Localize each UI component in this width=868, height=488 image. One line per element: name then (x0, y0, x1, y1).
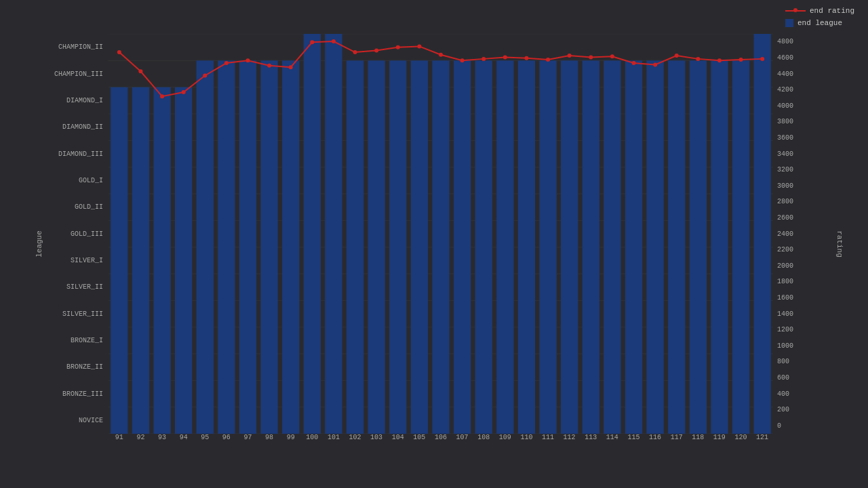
x-label-91: 91 (108, 434, 130, 441)
y-right-label-600: 600 (773, 370, 854, 386)
x-label-114: 114 (601, 434, 623, 441)
x-label-96: 96 (216, 434, 237, 441)
y-right-label-0: 0 (773, 418, 854, 434)
y-axis-right: 0200400600800100012001400160018002000220… (773, 34, 854, 434)
y-right-label-2200: 2200 (773, 242, 854, 258)
legend-red-line (785, 10, 806, 12)
y-label-champion_ii: CHAMPION_II (20, 34, 108, 60)
x-label-95: 95 (194, 434, 216, 441)
y-right-label-3600: 3600 (773, 130, 854, 146)
y-right-label-2600: 2600 (773, 210, 854, 226)
x-label-99: 99 (280, 434, 302, 441)
chart-area (108, 34, 773, 434)
x-label-105: 105 (409, 434, 431, 441)
x-label-93: 93 (151, 434, 173, 441)
legend: end rating end league (785, 7, 854, 27)
y-right-label-4600: 4600 (773, 50, 854, 66)
y-label-diamond_i: DIAMOND_I (20, 87, 108, 114)
y-label-gold_iii: GOLD_III (20, 220, 108, 247)
x-label-97: 97 (237, 434, 259, 441)
y-label-silver_i: SILVER_I (20, 247, 108, 274)
x-label-102: 102 (344, 434, 366, 441)
x-label-106: 106 (430, 434, 452, 441)
y-axis-left: NOVICEBRONZE_IIIBRONZE_IIBRONZE_ISILVER_… (20, 34, 108, 434)
x-label-98: 98 (258, 434, 280, 441)
y-label-diamond_iii: DIAMOND_III (20, 140, 108, 167)
y-label-bronze_i: BRONZE_I (20, 327, 108, 354)
y-right-label-1200: 1200 (773, 322, 854, 338)
y-right-label-4200: 4200 (773, 82, 854, 98)
legend-end-league: end league (785, 19, 854, 27)
y-right-label-1000: 1000 (773, 338, 854, 354)
y-label-silver_ii: SILVER_II (20, 274, 108, 300)
y-label-gold_ii: GOLD_II (20, 194, 108, 220)
y-right-label-3800: 3800 (773, 114, 854, 130)
x-label-104: 104 (387, 434, 409, 441)
y-right-label-1600: 1600 (773, 290, 854, 306)
y-label-champion_iii: CHAMPION_III (20, 60, 108, 87)
y-right-label-2400: 2400 (773, 226, 854, 242)
x-label-108: 108 (473, 434, 494, 441)
x-label-116: 116 (644, 434, 666, 441)
x-axis: 9192939495969798991001011021031041051061… (108, 434, 773, 454)
legend-end-rating: end rating (785, 7, 854, 15)
x-label-117: 117 (666, 434, 688, 441)
x-label-110: 110 (516, 434, 538, 441)
x-label-111: 111 (537, 434, 559, 441)
x-label-92: 92 (130, 434, 152, 441)
y-right-label-2000: 2000 (773, 258, 854, 274)
y-right-label-4800: 4800 (773, 34, 854, 50)
y-right-label-2800: 2800 (773, 194, 854, 210)
x-label-107: 107 (452, 434, 473, 441)
y-right-label-4000: 4000 (773, 98, 854, 115)
x-label-119: 119 (709, 434, 730, 441)
legend-end-rating-label: end rating (810, 7, 854, 15)
y-right-label-4400: 4400 (773, 66, 854, 82)
legend-end-league-label: end league (797, 19, 842, 27)
x-label-118: 118 (687, 434, 709, 441)
y-right-label-1400: 1400 (773, 306, 854, 322)
x-label-121: 121 (751, 434, 773, 441)
y-label-novice: NOVICE (20, 407, 108, 434)
x-label-115: 115 (623, 434, 645, 441)
y-label-gold_i: GOLD_I (20, 167, 108, 194)
y-label-silver_iii: SILVER_III (20, 300, 108, 327)
x-label-94: 94 (173, 434, 195, 441)
y-label-bronze_iii: BRONZE_III (20, 380, 108, 407)
y-right-label-1800: 1800 (773, 274, 854, 290)
legend-blue-box (785, 19, 793, 27)
y-label-bronze_ii: BRONZE_II (20, 354, 108, 380)
y-right-label-3000: 3000 (773, 178, 854, 195)
y-right-label-200: 200 (773, 402, 854, 418)
x-label-101: 101 (323, 434, 344, 441)
x-label-103: 103 (366, 434, 387, 441)
y-right-label-3400: 3400 (773, 146, 854, 162)
x-label-100: 100 (301, 434, 323, 441)
x-label-113: 113 (580, 434, 601, 441)
chart-canvas (108, 34, 773, 434)
y-right-label-3200: 3200 (773, 162, 854, 178)
x-label-112: 112 (559, 434, 580, 441)
x-label-120: 120 (730, 434, 752, 441)
y-label-diamond_ii: DIAMOND_II (20, 114, 108, 140)
chart-container: league rating NOVICEBRONZE_IIIBRONZE_IIB… (20, 34, 854, 454)
y-right-label-800: 800 (773, 354, 854, 370)
y-right-label-400: 400 (773, 386, 854, 402)
x-label-109: 109 (494, 434, 516, 441)
